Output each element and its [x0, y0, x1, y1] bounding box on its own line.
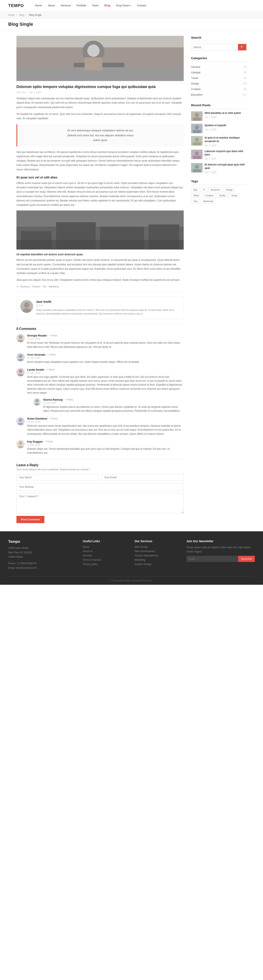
comment-name: Nolan Davidson — [27, 417, 47, 420]
svg-point-30 — [19, 418, 22, 422]
tag-studio[interactable]: Studio — [217, 193, 228, 198]
category-design[interactable]: Design — [191, 82, 199, 85]
nav-item-services[interactable]: Services — [58, 0, 74, 11]
footer-service-webdev[interactable]: Web Development — [135, 550, 155, 553]
nav-item-team[interactable]: Team — [89, 0, 101, 11]
tag-office[interactable]: Office — [191, 193, 201, 198]
comment-body: Georgia Reader ↩ Leave a Reply Reply 01 … — [27, 334, 184, 349]
breadcrumb-current: Blog Single — [29, 14, 41, 16]
comment-reply-link[interactable]: ↩ Reply — [49, 417, 57, 420]
search-button[interactable]: 🔍 — [238, 44, 246, 50]
sidebar-tags: Tags App IT Business Design Office Creat… — [191, 180, 247, 204]
nav-item-about[interactable]: About — [45, 0, 58, 11]
tag-marketing[interactable]: Marketing — [49, 285, 59, 288]
comment-text: Et dignissimos impedi nulla et qui disti… — [43, 405, 184, 413]
recent-post-item: Laborum corporis quo diam nihil para Jan… — [191, 150, 247, 160]
category-general[interactable]: General — [191, 65, 200, 68]
comment-text: Enim ipsa cum fuga repellat. Commodi quo… — [27, 375, 184, 395]
post-blockquote: Et vero doloremque tempore voluptatem ra… — [16, 124, 184, 146]
inner-image-svg — [16, 210, 184, 250]
comment-text: Et rerum totam nisi. Molestiae vel quam … — [27, 341, 184, 349]
svg-rect-46 — [193, 156, 201, 159]
category-count: (11) — [242, 93, 247, 96]
footer-link-about[interactable]: About us — [83, 550, 92, 553]
nav-item-contact[interactable]: Contact — [134, 0, 149, 11]
sidebar-recent-posts-title: Recent Posts — [191, 103, 247, 109]
footer-link-terms[interactable]: Terms of Service — [83, 558, 101, 561]
tag-app[interactable]: App — [191, 188, 200, 192]
search-input[interactable] — [191, 44, 238, 50]
comment-reply-link[interactable]: ↩ Leave a Reply Reply — [49, 334, 57, 337]
comment-item: Kay Duggan ↩ Reply 01 Jan, 2020 Dolorem … — [16, 440, 184, 455]
footer-brand: Tempo — [8, 539, 77, 544]
footer-service-webdesign[interactable]: Web Design — [135, 546, 148, 548]
category-education[interactable]: Education — [191, 93, 203, 96]
comment-textarea[interactable] — [16, 493, 184, 514]
recent-post-thumb — [191, 111, 203, 121]
footer-service-product[interactable]: Product Management — [135, 554, 158, 557]
comment-item: Nolan Davidson ↩ Reply 03 Jan, 2020 Dist… — [16, 417, 184, 436]
recent-post-title: Nihil blanditiis at in nihil autem — [204, 111, 247, 115]
post-body-4: Officiis animi maxime nulla quo et harum… — [16, 181, 184, 207]
email-input[interactable] — [101, 474, 184, 481]
categories-list: General (3) Lifestyle (3) Travel (3) Des… — [191, 64, 247, 98]
tag-business2[interactable]: Business — [209, 188, 222, 192]
category-creative[interactable]: Creative — [191, 88, 201, 91]
footer-grid: Tempo A108 Adam Street New York, NY 5350… — [8, 539, 255, 576]
nav-item-home[interactable]: Home — [32, 0, 45, 11]
svg-rect-37 — [193, 118, 201, 121]
category-lifestyle[interactable]: Lifestyle — [191, 71, 201, 74]
reply-note-text: Your email address will not be published… — [16, 468, 88, 471]
website-input[interactable] — [16, 484, 184, 490]
footer-links-title: Useful Links — [83, 539, 128, 543]
category-count: (3) — [244, 71, 247, 74]
nav-item-dropdown[interactable]: Drop Down ▾ — [113, 0, 134, 11]
tag-smart[interactable]: Smart — [229, 193, 239, 198]
footer-contact: Phone: +1 5589 55488 55 Email: info@exam… — [8, 561, 77, 570]
comment-reply-link[interactable]: ↩ Reply — [65, 398, 73, 401]
nav-item-portfolio[interactable]: Portfolio — [74, 0, 89, 11]
tag-tips2[interactable]: Tips — [191, 199, 200, 204]
recent-post-date: Jan 1, 2020 — [204, 116, 217, 118]
svg-point-24 — [19, 369, 22, 373]
tag-marketing2[interactable]: Marketing — [201, 199, 215, 204]
author-twitter[interactable]: 𝕏 — [36, 304, 38, 307]
author-linkedin[interactable]: in — [41, 304, 43, 307]
navbar-brand[interactable]: TEMPO — [8, 3, 24, 8]
footer-service-graphic[interactable]: Graphic Design — [135, 563, 152, 566]
list-item: Graphic Design — [135, 563, 180, 566]
comment-date: 01 Jan, 2020 — [43, 402, 184, 404]
comment-body: Nolan Davidson ↩ Reply 03 Jan, 2020 Dist… — [27, 417, 184, 436]
list-item: Web Development — [135, 550, 180, 553]
comment-reply-link[interactable]: ↩ Reply — [45, 440, 53, 443]
footer-link-privacy[interactable]: Privacy policy — [83, 563, 98, 566]
tag-business[interactable]: Business — [21, 285, 30, 288]
category-travel[interactable]: Travel — [191, 77, 198, 80]
newsletter-subscribe-button[interactable]: Subscribe — [238, 556, 255, 562]
author-facebook[interactable]: f — [39, 304, 40, 307]
recent-post-thumb — [191, 150, 203, 159]
name-input[interactable] — [16, 474, 99, 481]
footer-link-services[interactable]: Services — [83, 554, 92, 557]
list-item: Design (13) — [191, 81, 247, 86]
footer-service-marketing[interactable]: Marketing — [135, 558, 146, 561]
recent-post-title: Id quia et et maxime similique accaecati… — [204, 136, 247, 143]
post-comment-button[interactable]: Post Comment — [16, 516, 44, 523]
comment-name: Aron Alvarado — [27, 353, 45, 356]
tag-creative2[interactable]: Creative — [203, 193, 216, 198]
breadcrumb-blog[interactable]: Blog — [19, 14, 24, 16]
tag-design2[interactable]: Design — [223, 188, 235, 192]
newsletter-email-input[interactable] — [186, 556, 238, 562]
recent-post-title: Quidem et impedit — [204, 124, 247, 127]
tag-it[interactable]: IT — [201, 188, 208, 192]
tag-tips[interactable]: Tips — [43, 285, 47, 288]
footer-link-home[interactable]: Home — [83, 546, 89, 548]
comment-date: 01 Jan, 2020 — [27, 356, 184, 359]
breadcrumb-home[interactable]: Home — [8, 14, 15, 16]
tag-creative[interactable]: Creative — [32, 285, 41, 288]
sidebar-categories: Categories General (3) Lifestyle (3) Tra… — [191, 56, 247, 98]
nav-item-blog[interactable]: Blog — [101, 0, 113, 11]
comment-reply-link[interactable]: ↩ Reply — [48, 353, 56, 356]
navbar-menu: Home About Services Portfolio Team Blog … — [32, 0, 255, 11]
comment-reply-link[interactable]: ↩ Reply — [46, 368, 54, 371]
